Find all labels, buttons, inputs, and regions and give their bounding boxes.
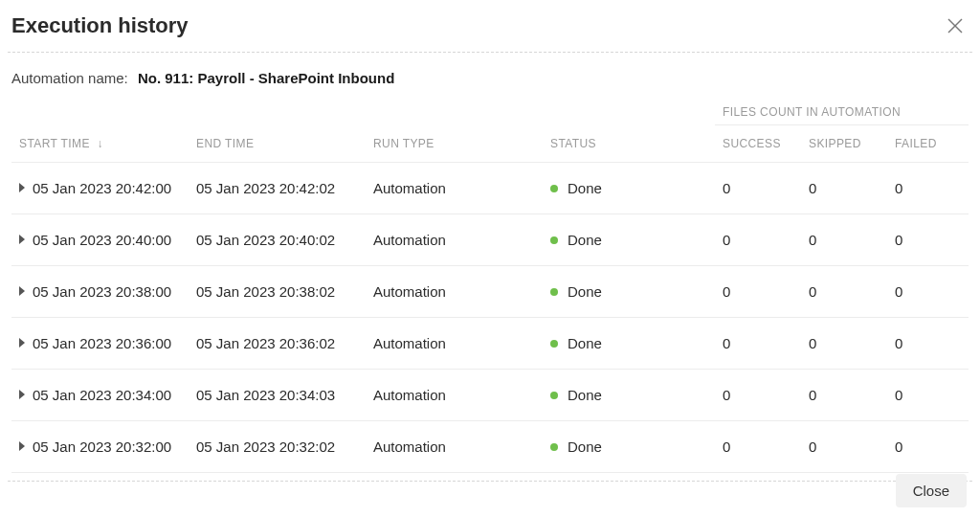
cell-end-time: 05 Jan 2023 20:42:02 [189,163,366,214]
table-row[interactable]: 05 Jan 2023 20:32:0005 Jan 2023 20:32:02… [11,421,969,473]
start-time-value: 05 Jan 2023 20:38:00 [33,283,171,300]
cell-failed: 0 [887,266,969,318]
execution-history-modal: Execution history Automation name: No. 9… [0,0,980,517]
cell-status: Done [543,370,715,421]
cell-run-type: Automation [366,214,543,266]
modal-title: Execution history [11,13,189,38]
modal-footer: Close [896,474,967,507]
table-row[interactable]: 05 Jan 2023 20:40:0005 Jan 2023 20:40:02… [11,214,969,266]
history-table: FILES COUNT IN AUTOMATION START TIME ↓ E… [11,96,969,473]
cell-failed: 0 [887,163,969,214]
cell-start-time: 05 Jan 2023 20:38:00 [11,266,189,318]
status-dot-icon [550,340,558,348]
cell-end-time: 05 Jan 2023 20:32:02 [189,421,366,473]
start-time-value: 05 Jan 2023 20:32:00 [33,438,171,455]
automation-name-label: Automation name: [11,70,128,86]
cell-status: Done [543,266,715,318]
col-end-time[interactable]: END TIME [189,125,366,163]
cell-skipped: 0 [801,318,887,370]
cell-start-time: 05 Jan 2023 20:36:00 [11,318,189,370]
close-button[interactable]: Close [896,474,967,507]
cell-skipped: 0 [801,214,887,266]
cell-run-type: Automation [366,370,543,421]
status-dot-icon [550,443,558,451]
cell-end-time: 05 Jan 2023 20:36:02 [189,318,366,370]
cell-failed: 0 [887,318,969,370]
cell-start-time: 05 Jan 2023 20:40:00 [11,214,189,266]
table-row[interactable]: 05 Jan 2023 20:34:0005 Jan 2023 20:34:03… [11,370,969,421]
start-time-value: 05 Jan 2023 20:42:00 [33,180,171,196]
table-row[interactable]: 05 Jan 2023 20:36:0005 Jan 2023 20:36:02… [11,318,969,370]
status-dot-icon [550,185,558,192]
status-dot-icon [550,392,558,399]
cell-success: 0 [715,421,801,473]
table-header-row: START TIME ↓ END TIME RUN TYPE STATUS SU… [11,125,969,163]
expand-caret-icon[interactable] [19,390,25,399]
status-value: Done [568,335,602,351]
table-row[interactable]: 05 Jan 2023 20:42:0005 Jan 2023 20:42:02… [11,163,969,214]
cell-end-time: 05 Jan 2023 20:40:02 [189,214,366,266]
expand-caret-icon[interactable] [19,235,25,244]
cell-run-type: Automation [366,163,543,214]
table-group-header-row: FILES COUNT IN AUTOMATION [11,96,969,125]
cell-status: Done [543,214,715,266]
status-value: Done [568,283,602,300]
start-time-value: 05 Jan 2023 20:40:00 [33,232,171,248]
start-time-value: 05 Jan 2023 20:36:00 [33,335,171,351]
cell-skipped: 0 [801,163,887,214]
expand-caret-icon[interactable] [19,183,25,192]
cell-success: 0 [715,370,801,421]
status-value: Done [568,438,602,455]
group-header-files-count: FILES COUNT IN AUTOMATION [715,96,969,125]
automation-name-value: No. 911: Payroll - SharePoint Inbound [138,70,394,86]
cell-success: 0 [715,318,801,370]
col-start-time-label: START TIME [19,137,90,150]
automation-name-row: Automation name: No. 911: Payroll - Shar… [0,53,980,96]
cell-end-time: 05 Jan 2023 20:38:02 [189,266,366,318]
status-value: Done [568,180,602,196]
col-failed[interactable]: FAILED [887,125,969,163]
cell-skipped: 0 [801,370,887,421]
cell-run-type: Automation [366,421,543,473]
cell-skipped: 0 [801,266,887,318]
cell-skipped: 0 [801,421,887,473]
close-icon[interactable] [946,16,965,35]
cell-failed: 0 [887,370,969,421]
cell-start-time: 05 Jan 2023 20:34:00 [11,370,189,421]
cell-start-time: 05 Jan 2023 20:42:00 [11,163,189,214]
col-run-type[interactable]: RUN TYPE [366,125,543,163]
cell-failed: 0 [887,214,969,266]
sort-descending-icon: ↓ [98,137,103,150]
col-status[interactable]: STATUS [543,125,715,163]
table-row[interactable]: 05 Jan 2023 20:38:0005 Jan 2023 20:38:02… [11,266,969,318]
cell-run-type: Automation [366,318,543,370]
group-header-empty [11,96,715,125]
status-dot-icon [550,288,558,296]
cell-run-type: Automation [366,266,543,318]
cell-status: Done [543,163,715,214]
col-start-time[interactable]: START TIME ↓ [11,125,189,163]
expand-caret-icon[interactable] [19,441,25,451]
status-value: Done [568,387,602,403]
status-value: Done [568,232,602,248]
cell-status: Done [543,421,715,473]
cell-failed: 0 [887,421,969,473]
cell-success: 0 [715,214,801,266]
status-dot-icon [550,236,558,244]
footer-separator [8,481,972,482]
expand-caret-icon[interactable] [19,286,25,296]
col-skipped[interactable]: SKIPPED [801,125,887,163]
start-time-value: 05 Jan 2023 20:34:00 [33,387,171,403]
cell-status: Done [543,318,715,370]
expand-caret-icon[interactable] [19,338,25,348]
modal-header: Execution history [0,0,980,52]
cell-success: 0 [715,266,801,318]
cell-success: 0 [715,163,801,214]
col-success[interactable]: SUCCESS [715,125,801,163]
history-table-wrap: FILES COUNT IN AUTOMATION START TIME ↓ E… [0,96,980,473]
cell-end-time: 05 Jan 2023 20:34:03 [189,370,366,421]
cell-start-time: 05 Jan 2023 20:32:00 [11,421,189,473]
